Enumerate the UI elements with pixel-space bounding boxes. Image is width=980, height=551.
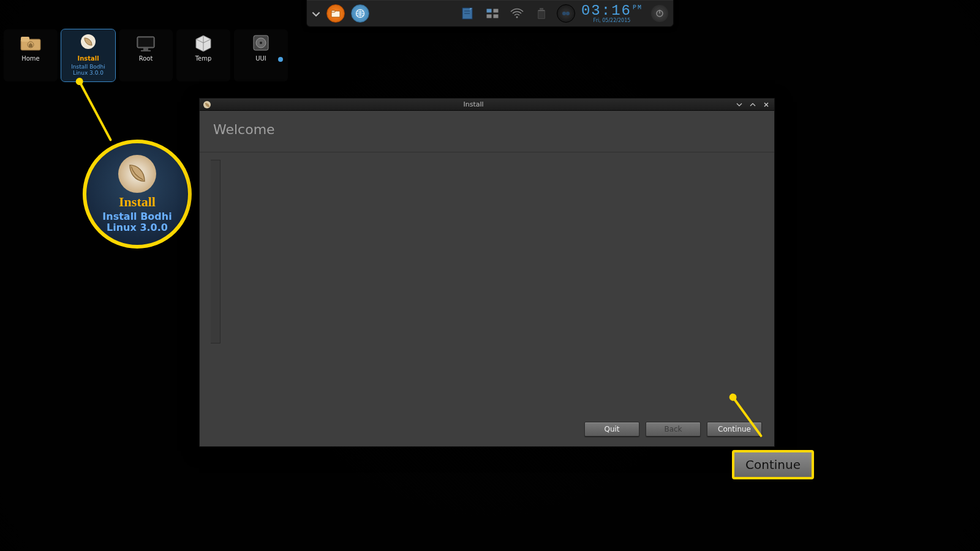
package-icon xyxy=(191,33,216,53)
bodhi-leaf-icon xyxy=(118,155,156,193)
back-button: Back xyxy=(646,422,701,437)
bodhi-leaf-icon xyxy=(76,33,100,53)
svg-rect-24 xyxy=(143,48,148,50)
clock-date: Fri, 05/22/2015 xyxy=(581,18,643,23)
svg-rect-23 xyxy=(138,38,153,47)
activity-indicator-icon xyxy=(278,57,283,62)
clock-suffix: PM xyxy=(633,5,643,11)
svg-point-28 xyxy=(260,42,262,44)
desktop-icon-root[interactable]: Root xyxy=(119,29,173,81)
svg-rect-1 xyxy=(331,10,335,12)
desktop-icon-install-bodhi[interactable]: Install Install Bodhi Linux 3.0.0 xyxy=(61,29,115,81)
desktop-icons-row: Home Install Install Bodhi Linux 3.0.0 R… xyxy=(4,29,288,81)
desktop-icon-label: Home xyxy=(21,55,40,62)
power-button[interactable] xyxy=(651,5,668,22)
callout-zoom-install-icon: Install Install Bodhi Linux 3.0.0 xyxy=(83,140,192,249)
folder-icon xyxy=(18,33,43,53)
callout-title: Install xyxy=(119,194,156,210)
desktop-icon-label-top: Install xyxy=(77,55,99,62)
wifi-tray-icon[interactable] xyxy=(508,4,526,23)
desktop-icon-home[interactable]: Home xyxy=(4,29,58,81)
shelf-clock[interactable]: 03:16 PM Fri, 05/22/2015 xyxy=(581,4,645,23)
window-close-button[interactable] xyxy=(761,100,772,109)
callout-continue-highlight: Continue xyxy=(732,450,814,479)
desktop-icon-label: Root xyxy=(139,55,153,62)
file-manager-launcher[interactable] xyxy=(326,4,345,23)
window-switcher-tray-icon[interactable] xyxy=(483,4,502,23)
window-title: Install xyxy=(216,100,731,108)
desktop-icon-label: UUI xyxy=(255,55,266,62)
svg-rect-25 xyxy=(141,50,151,51)
window-content-area xyxy=(200,152,774,416)
svg-rect-7 xyxy=(493,9,499,13)
callout-connector-line xyxy=(78,81,112,141)
svg-rect-9 xyxy=(493,14,499,18)
top-shelf: 03:16 PM Fri, 05/22/2015 xyxy=(306,0,674,27)
disc-icon xyxy=(249,33,273,53)
clock-time-value: 03:16 xyxy=(581,4,631,18)
svg-point-14 xyxy=(562,12,566,15)
window-titlebar[interactable]: Install xyxy=(200,99,774,111)
web-browser-launcher[interactable] xyxy=(351,4,369,23)
window-header-area: Welcome xyxy=(200,111,774,141)
monitor-icon xyxy=(134,33,158,53)
window-minimize-button[interactable] xyxy=(747,100,758,109)
language-list-fragment[interactable] xyxy=(211,160,221,343)
svg-rect-12 xyxy=(540,8,543,10)
shelf-menu-chevron-icon[interactable] xyxy=(312,9,320,18)
svg-rect-8 xyxy=(486,14,492,18)
desktop-icon-temp[interactable]: Temp xyxy=(176,29,230,81)
window-button-row: Quit Back Continue xyxy=(200,416,774,446)
page-heading: Welcome xyxy=(213,122,761,137)
desktop-icon-uui[interactable]: UUI xyxy=(234,29,288,81)
svg-rect-6 xyxy=(486,9,492,13)
svg-rect-19 xyxy=(21,37,29,42)
installer-window: Install Welcome Quit Back Continue xyxy=(199,98,775,447)
svg-point-10 xyxy=(516,16,518,18)
quit-button[interactable]: Quit xyxy=(584,422,639,437)
places-tray-icon[interactable] xyxy=(557,4,575,23)
callout-subtitle: Install Bodhi Linux 3.0.0 xyxy=(86,211,188,233)
svg-rect-13 xyxy=(538,11,545,18)
window-app-icon xyxy=(202,100,212,110)
battery-tray-icon[interactable] xyxy=(532,4,551,23)
notes-tray-icon[interactable] xyxy=(459,4,477,23)
clock-time: 03:16 PM xyxy=(581,4,643,18)
desktop-icon-label: Temp xyxy=(195,55,212,62)
svg-point-15 xyxy=(566,12,570,15)
desktop-icon-label-bottom: Install Bodhi Linux 3.0.0 xyxy=(64,64,113,77)
window-menu-button[interactable] xyxy=(734,100,745,109)
